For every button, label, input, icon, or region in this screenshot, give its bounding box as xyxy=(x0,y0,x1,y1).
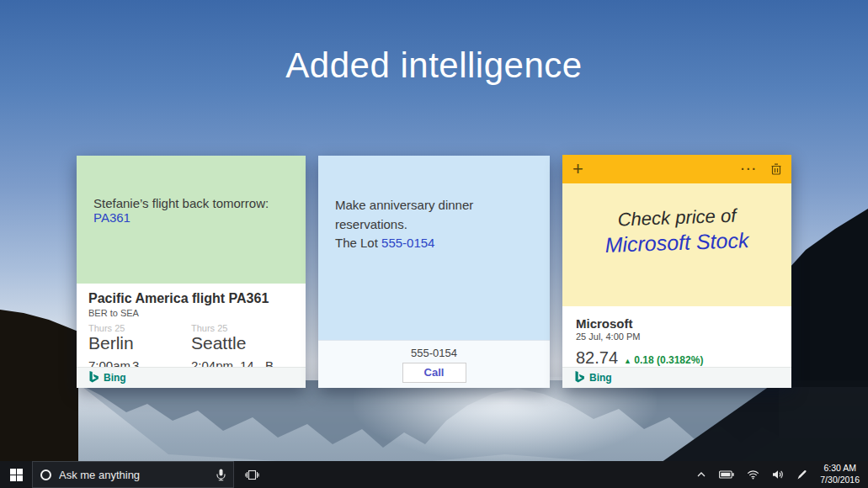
dinner-note-text: Make anniversary dinner reservations. Th… xyxy=(318,156,550,253)
stock-note-footer: Bing xyxy=(562,367,791,388)
dinner-line1: Make anniversary dinner reservations. xyxy=(335,196,533,234)
trash-icon[interactable] xyxy=(771,163,781,175)
departure-date: Thurs 25 xyxy=(88,323,191,333)
pen-icon xyxy=(796,469,807,480)
system-tray: 6:30 AM 7/30/2016 xyxy=(696,461,868,488)
network-status[interactable] xyxy=(747,469,759,480)
windows-ink-workspace[interactable] xyxy=(796,469,807,480)
flight-note-footer: Bing xyxy=(77,367,306,388)
arrival-date: Thurs 25 xyxy=(191,323,294,333)
start-button[interactable] xyxy=(0,461,32,488)
sticky-note-toolbar: + ··· xyxy=(562,155,791,183)
battery-icon xyxy=(719,470,734,479)
dinner-note-footer: 555-0154 Call xyxy=(318,340,550,388)
taskbar-clock[interactable]: 6:30 AM 7/30/2016 xyxy=(820,463,860,485)
call-button[interactable]: Call xyxy=(402,363,466,383)
handwritten-ink: Check price of Microsoft Stock xyxy=(562,183,791,306)
flight-note-text: Stefanie’s flight back tomorrow: PA361 xyxy=(77,156,306,284)
speaker-icon xyxy=(772,469,784,480)
stock-company: Microsoft xyxy=(576,316,778,331)
cortana-icon xyxy=(40,469,51,480)
flight-card-title: Pacific America flight PA361 xyxy=(88,291,294,306)
hidden-icons-chevron[interactable] xyxy=(696,471,706,478)
windows-logo-icon xyxy=(10,469,23,481)
dinner-phone-link[interactable]: 555-0154 xyxy=(381,236,434,250)
volume-control[interactable] xyxy=(772,469,784,480)
footer-phone-number: 555-0154 xyxy=(318,347,550,359)
flight-summary-text: Stefanie’s flight back tomorrow: xyxy=(93,196,269,210)
dinner-line2-text: The Lot xyxy=(335,236,381,250)
dinner-line2: The Lot 555-0154 xyxy=(335,234,533,253)
clock-date: 7/30/2016 xyxy=(820,475,860,486)
sticky-note-flight[interactable]: Stefanie’s flight back tomorrow: PA361 P… xyxy=(77,156,306,388)
sticky-note-stock[interactable]: + ··· Check price of Microsoft Stock Mic… xyxy=(562,155,791,388)
bing-provider-label: Bing xyxy=(104,372,126,384)
bing-icon xyxy=(88,371,99,385)
stock-change: ▲ 0.18 (0.3182%) xyxy=(624,354,703,366)
note-menu-button[interactable]: ··· xyxy=(741,163,758,175)
bing-provider-label: Bing xyxy=(589,372,612,384)
wallpaper-mist xyxy=(354,377,657,461)
bing-icon xyxy=(573,371,584,385)
desktop: Added intelligence Stefanie’s flight bac… xyxy=(0,0,868,488)
arrival-city: Seattle xyxy=(191,333,294,353)
page-title: Added intelligence xyxy=(0,45,868,86)
sticky-note-dinner[interactable]: Make anniversary dinner reservations. Th… xyxy=(318,156,550,388)
add-note-button[interactable]: + xyxy=(572,160,583,178)
stock-price: 82.74 xyxy=(576,348,618,368)
clock-time: 6:30 AM xyxy=(820,463,860,475)
flight-number-link[interactable]: PA361 xyxy=(93,210,130,225)
task-view-button[interactable] xyxy=(234,461,269,488)
flight-route: BER to SEA xyxy=(88,308,294,318)
wifi-icon xyxy=(747,469,759,480)
stock-change-value: 0.18 (0.3182%) xyxy=(634,354,703,366)
microphone-icon[interactable] xyxy=(216,469,226,481)
battery-status[interactable] xyxy=(719,470,734,479)
taskbar: 6:30 AM 7/30/2016 xyxy=(0,461,868,488)
chevron-up-icon xyxy=(696,471,706,478)
departure-city: Berlin xyxy=(88,333,191,353)
up-arrow-icon: ▲ xyxy=(624,357,631,365)
search-input[interactable] xyxy=(59,469,209,481)
task-view-icon xyxy=(245,469,259,480)
stock-quote-time: 25 Jul, 4:00 PM xyxy=(576,332,778,342)
cortana-search-box[interactable] xyxy=(32,461,234,488)
